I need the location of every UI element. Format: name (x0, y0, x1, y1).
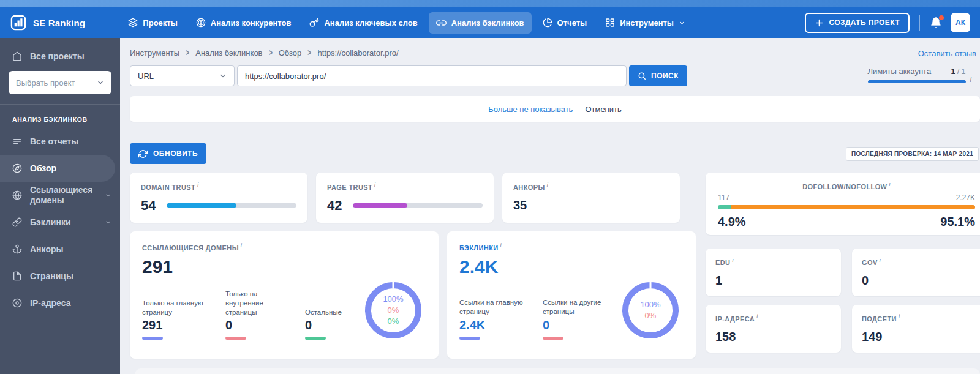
stat-label: Только на главную страницу (142, 290, 214, 316)
stat-color-chip (305, 337, 326, 340)
stat-links-to-main-page: Ссылки на главную страницу 2.4K (459, 290, 532, 340)
donut-label: 0% (388, 316, 399, 326)
nav-item-competitor-analysis[interactable]: Анализ конкурентов (189, 12, 299, 33)
nav-item-reports[interactable]: Отчеты (535, 12, 595, 33)
link-icon (12, 217, 22, 227)
nav-item-backlink-analysis[interactable]: Анализ бэклинков (429, 12, 532, 34)
info-icon[interactable]: i (732, 257, 733, 263)
sidebar-item-label: Бэклинки (30, 217, 71, 228)
nofollow-segment (731, 205, 975, 209)
stat-value: 291 (142, 318, 214, 332)
cards-area: DOMAIN TRUSTi 54 PAGE TRUSTi 42 (130, 173, 980, 359)
sidebar-section-heading: АНАЛИЗ БЭКЛИНКОВ (12, 116, 108, 123)
edu-card: EDUi 1 (706, 249, 841, 296)
info-icon[interactable]: i (547, 182, 548, 188)
limits-separator: / (957, 67, 960, 76)
search-button[interactable]: ПОИСК (629, 65, 687, 86)
sidebar-item-label: Страницы (30, 271, 74, 282)
avatar[interactable]: АК (951, 13, 970, 32)
sidebar-item-overview[interactable]: Обзор (0, 155, 115, 182)
chevron-down-icon (219, 72, 227, 80)
feedback-link[interactable]: Оставить отзыв (918, 49, 976, 58)
search-type-select[interactable]: URL (130, 65, 235, 86)
sidebar-item-backlinks[interactable]: Бэклинки (0, 209, 120, 236)
search-icon (638, 72, 646, 80)
limits-progress-track (868, 80, 966, 83)
info-icon[interactable]: i (500, 242, 502, 249)
banner-cancel-link[interactable]: Отменить (585, 105, 621, 114)
navbar-divider (919, 15, 920, 31)
sidebar-item-pages[interactable]: Страницы (0, 263, 120, 290)
search-input[interactable] (237, 65, 627, 86)
sidebar-item-all-reports[interactable]: Все отчеты (0, 128, 120, 155)
limits-used: 1 (951, 67, 955, 76)
stat-main-page-only: Только на главную страницу 291 (142, 290, 214, 340)
page-trust-value: 42 (327, 198, 353, 214)
nofollow-count: 2.27K (956, 193, 975, 202)
breadcrumb-tools[interactable]: Инструменты (130, 48, 179, 58)
nav-item-tools[interactable]: Инструменты (598, 12, 693, 33)
info-icon[interactable]: i (889, 181, 890, 187)
top-navbar: SE Ranking Проекты Анализ конкурентов Ан… (0, 7, 980, 38)
info-icon[interactable]: i (899, 313, 900, 320)
refresh-button[interactable]: ОБНОВИТЬ (130, 143, 206, 164)
card-title: DOFOLLOW/NOFOLLOWi (718, 181, 975, 190)
create-project-button[interactable]: СОЗДАТЬ ПРОЕКТ (805, 13, 910, 33)
breadcrumb-url[interactable]: https://collaborator.pro/ (317, 48, 398, 58)
refresh-icon (138, 149, 148, 159)
disc-icon (12, 298, 22, 308)
anchor-icon (12, 244, 22, 254)
avatar-initials: АК (956, 18, 965, 27)
stat-label: Ссылки на другие страницы (543, 290, 611, 316)
breadcrumb-separator: > (269, 48, 273, 58)
project-select[interactable]: Выбрать проект (9, 71, 111, 94)
sidebar-item-all-projects[interactable]: Все проекты (0, 43, 120, 70)
info-icon[interactable]: i (970, 76, 971, 83)
card-title: ПОДСЕТИi (862, 313, 978, 323)
nofollow-percent: 95.1% (940, 215, 975, 229)
notifications-button[interactable] (930, 17, 942, 29)
stat-value: 0 (543, 318, 611, 332)
stat-color-chip (543, 337, 564, 340)
main-nav: Проекты Анализ конкурентов Анализ ключев… (121, 12, 693, 34)
plus-icon (815, 18, 824, 28)
gov-value: 0 (862, 274, 978, 288)
dofollow-nofollow-card: DOFOLLOW/NOFOLLOWi 117 2.27K 4.9% 95.1% (706, 173, 980, 235)
backlinks-card: БЭКЛИНКИi 2.4K Ссылки на главную страниц… (447, 231, 696, 359)
dofollow-percent: 4.9% (718, 215, 746, 229)
list-icon (12, 137, 22, 146)
nav-item-label: Анализ конкурентов (211, 18, 292, 28)
nav-item-label: Проекты (143, 18, 177, 28)
card-title: DOMAIN TRUSTi (141, 182, 296, 191)
info-icon[interactable]: i (756, 313, 758, 320)
nav-item-keyword-analysis[interactable]: Анализ ключевых слов (302, 12, 424, 33)
home-icon (12, 51, 22, 61)
info-icon[interactable]: i (241, 242, 242, 249)
brand-logo[interactable]: SE Ranking (10, 14, 85, 31)
donut-label: 100% (640, 300, 660, 309)
info-icon[interactable]: i (880, 257, 881, 263)
edu-value: 1 (715, 274, 831, 288)
dofollow-nofollow-bar (718, 205, 975, 209)
breadcrumb-overview[interactable]: Обзор (279, 48, 302, 58)
sidebar-item-anchors[interactable]: Анкоры (0, 236, 120, 263)
info-icon[interactable]: i (374, 182, 375, 188)
banner-dont-show-link[interactable]: Больше не показывать (488, 105, 573, 114)
card-title: GOVi (862, 257, 978, 266)
breadcrumb-backlink-analysis[interactable]: Анализ бэклинков (195, 48, 262, 58)
info-icon[interactable]: i (197, 182, 198, 188)
sidebar-divider (0, 104, 120, 105)
card-title[interactable]: БЭКЛИНКИi (459, 242, 684, 252)
page-trust-track (353, 203, 483, 208)
domain-trust-fill (167, 203, 236, 208)
grid-icon (605, 18, 615, 28)
sidebar-item-ip-addresses[interactable]: IP-адреса (0, 290, 120, 316)
breadcrumb-separator: > (186, 48, 189, 58)
dofollow-segment (718, 205, 731, 209)
sidebar-item-referring-domains[interactable]: Ссылающиеся домены (0, 182, 120, 209)
backlinks-total: 2.4K (459, 256, 684, 277)
search-row: URL ПОИСК Лимиты аккаунта 1 / 1 (130, 65, 980, 86)
nav-item-projects[interactable]: Проекты (121, 12, 184, 33)
stat-internal-pages-only: Только на внутренние страницы 0 (225, 290, 294, 340)
stat-label: Ссылки на главную страницу (459, 290, 532, 316)
